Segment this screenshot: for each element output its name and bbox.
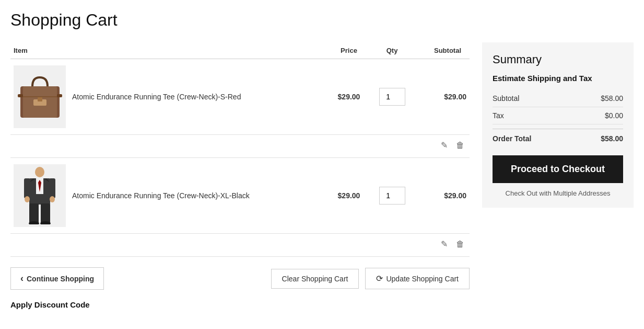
- item-price: $29.00: [329, 158, 369, 234]
- svg-point-7: [35, 167, 44, 177]
- item-price: $29.00: [329, 59, 369, 135]
- main-layout: Item Price Qty Subtotal: [10, 42, 634, 309]
- order-total-value: $58.00: [601, 134, 623, 143]
- checkout-label: Proceed to Checkout: [511, 164, 605, 174]
- table-row: Atomic Endurance Running Tee (Crew-Neck)…: [10, 158, 470, 234]
- page-title: Shopping Cart: [10, 10, 634, 30]
- order-total-label: Order Total: [493, 134, 531, 143]
- checkout-button[interactable]: Proceed to Checkout: [493, 155, 623, 183]
- item-qty-cell: [369, 158, 415, 234]
- cart-buttons: ‹ Continue Shopping Clear Shopping Cart …: [10, 267, 470, 290]
- qty-input[interactable]: [379, 88, 405, 106]
- item-image-cell: [10, 59, 69, 135]
- item-name: Atomic Endurance Running Tee (Crew-Neck)…: [72, 191, 250, 200]
- continue-shopping-button[interactable]: ‹ Continue Shopping: [10, 267, 104, 290]
- svg-rect-5: [18, 94, 23, 97]
- item-qty-cell: [369, 59, 415, 135]
- item-subtotal: $29.00: [415, 59, 470, 135]
- item-name-cell: Atomic Endurance Running Tee (Crew-Neck)…: [69, 59, 329, 135]
- summary-subtotal-row: Subtotal $58.00: [493, 90, 623, 107]
- col-header-subtotal: Subtotal: [415, 42, 470, 59]
- table-row: Atomic Endurance Running Tee (Crew-Neck)…: [10, 59, 470, 135]
- summary-section: Summary Estimate Shipping and Tax Subtot…: [482, 42, 634, 208]
- col-header-price: Price: [329, 42, 369, 59]
- delete-button[interactable]: 🗑: [453, 139, 467, 152]
- summary-tax-row: Tax $0.00: [493, 107, 623, 124]
- continue-shopping-label: Continue Shopping: [27, 275, 94, 283]
- cart-table: Item Price Qty Subtotal: [10, 42, 470, 257]
- subtotal-value: $58.00: [601, 94, 623, 103]
- update-arrows-icon: ⟳: [376, 274, 383, 283]
- tax-label: Tax: [493, 111, 504, 120]
- summary-title: Summary: [493, 53, 623, 66]
- summary-shipping-label: Estimate Shipping and Tax: [493, 74, 623, 83]
- clear-cart-button[interactable]: Clear Shopping Cart: [271, 269, 359, 289]
- tax-value: $0.00: [605, 111, 623, 120]
- svg-rect-14: [49, 178, 55, 198]
- svg-rect-13: [24, 178, 30, 198]
- svg-rect-3: [38, 97, 42, 101]
- summary-total-row: Order Total $58.00: [493, 129, 623, 147]
- item-subtotal: $29.00: [415, 158, 470, 234]
- item-image: [14, 65, 66, 128]
- item-image-cell: [10, 158, 69, 234]
- suit-image: [21, 167, 58, 224]
- bag-image: [18, 73, 62, 120]
- update-cart-button[interactable]: ⟳ Update Shopping Cart: [365, 268, 470, 289]
- clear-cart-label: Clear Shopping Cart: [282, 275, 348, 283]
- multiple-addresses-link[interactable]: Check Out with Multiple Addresses: [493, 189, 623, 197]
- page-container: Shopping Cart Item Price Qty Subtotal: [0, 0, 644, 320]
- item-name-cell: Atomic Endurance Running Tee (Crew-Neck)…: [69, 158, 329, 234]
- col-header-item: Item: [10, 42, 329, 59]
- update-cart-label: Update Shopping Cart: [386, 275, 459, 283]
- item-actions-cell: ✎ 🗑: [10, 234, 470, 257]
- cart-section: Item Price Qty Subtotal: [10, 42, 470, 309]
- edit-button[interactable]: ✎: [438, 237, 451, 251]
- item-image: [14, 164, 66, 227]
- item-name: Atomic Endurance Running Tee (Crew-Neck)…: [72, 93, 241, 101]
- multiple-addresses-label: Check Out with Multiple Addresses: [506, 189, 611, 197]
- item-actions-cell: ✎ 🗑: [10, 135, 470, 158]
- edit-button[interactable]: ✎: [438, 138, 451, 152]
- apply-discount-label: Apply Discount Code: [10, 300, 470, 309]
- svg-point-16: [50, 196, 55, 202]
- delete-button[interactable]: 🗑: [453, 237, 467, 251]
- qty-input[interactable]: [379, 187, 405, 205]
- col-header-qty: Qty: [369, 42, 415, 59]
- subtotal-label: Subtotal: [493, 94, 519, 103]
- item-actions-row: ✎ 🗑: [10, 234, 470, 257]
- svg-rect-18: [41, 203, 50, 223]
- svg-point-15: [25, 196, 30, 202]
- item-actions-row: ✎ 🗑: [10, 135, 470, 158]
- back-arrow-icon: ‹: [20, 273, 24, 284]
- svg-rect-6: [57, 94, 62, 97]
- svg-rect-17: [29, 203, 39, 223]
